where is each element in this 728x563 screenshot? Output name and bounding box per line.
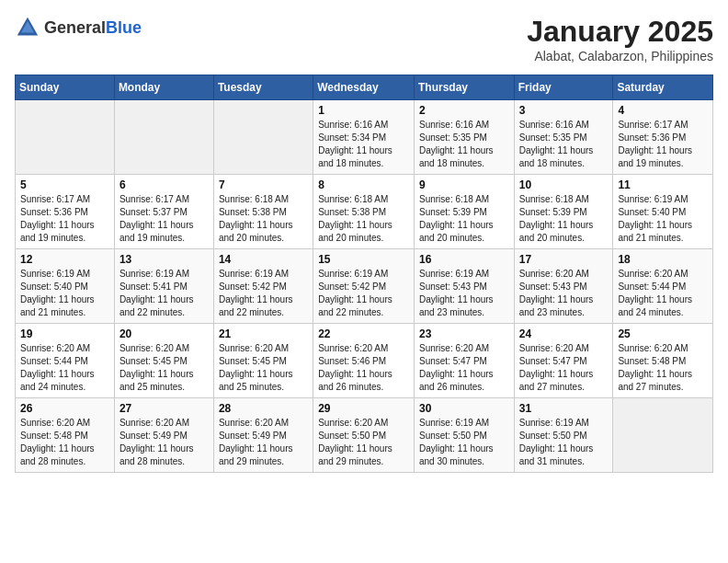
week-row-1: 1Sunrise: 6:16 AMSunset: 5:34 PMDaylight… <box>16 100 713 175</box>
day-cell <box>613 398 713 473</box>
day-cell <box>16 100 115 175</box>
logo-icon <box>15 15 40 40</box>
day-number: 25 <box>618 327 708 340</box>
logo: GeneralBlue <box>15 15 142 40</box>
day-info: Sunrise: 6:18 AMSunset: 5:38 PMDaylight:… <box>318 193 409 245</box>
day-number: 4 <box>618 104 708 117</box>
day-number: 10 <box>519 178 609 191</box>
day-cell: 10Sunrise: 6:18 AMSunset: 5:39 PMDayligh… <box>514 175 613 249</box>
day-cell: 26Sunrise: 6:20 AMSunset: 5:48 PMDayligh… <box>16 398 115 473</box>
day-info: Sunrise: 6:18 AMSunset: 5:38 PMDaylight:… <box>219 193 308 245</box>
day-number: 30 <box>419 402 509 415</box>
day-info: Sunrise: 6:20 AMSunset: 5:45 PMDaylight:… <box>119 342 209 394</box>
col-header-sunday: Sunday <box>16 75 115 100</box>
col-header-monday: Monday <box>114 75 213 100</box>
day-cell: 14Sunrise: 6:19 AMSunset: 5:42 PMDayligh… <box>213 249 313 324</box>
day-number: 17 <box>519 253 609 266</box>
day-cell <box>213 100 313 175</box>
day-info: Sunrise: 6:19 AMSunset: 5:40 PMDaylight:… <box>20 268 109 319</box>
day-cell: 8Sunrise: 6:18 AMSunset: 5:38 PMDaylight… <box>313 175 415 249</box>
day-cell: 9Sunrise: 6:18 AMSunset: 5:39 PMDaylight… <box>414 175 514 249</box>
day-info: Sunrise: 6:20 AMSunset: 5:49 PMDaylight:… <box>119 417 209 468</box>
week-row-3: 12Sunrise: 6:19 AMSunset: 5:40 PMDayligh… <box>16 249 713 324</box>
day-info: Sunrise: 6:20 AMSunset: 5:49 PMDaylight:… <box>219 417 308 468</box>
day-cell: 3Sunrise: 6:16 AMSunset: 5:35 PMDaylight… <box>514 100 613 175</box>
day-number: 28 <box>219 402 308 415</box>
day-cell: 25Sunrise: 6:20 AMSunset: 5:48 PMDayligh… <box>613 324 713 398</box>
day-info: Sunrise: 6:20 AMSunset: 5:43 PMDaylight:… <box>519 268 609 319</box>
day-cell: 5Sunrise: 6:17 AMSunset: 5:36 PMDaylight… <box>16 175 115 249</box>
day-number: 27 <box>119 402 209 415</box>
day-number: 2 <box>419 104 509 117</box>
calendar-table: SundayMondayTuesdayWednesdayThursdayFrid… <box>15 75 713 473</box>
day-info: Sunrise: 6:16 AMSunset: 5:34 PMDaylight:… <box>318 119 409 170</box>
day-info: Sunrise: 6:17 AMSunset: 5:36 PMDaylight:… <box>20 193 109 245</box>
day-info: Sunrise: 6:20 AMSunset: 5:47 PMDaylight:… <box>419 342 509 394</box>
day-cell: 20Sunrise: 6:20 AMSunset: 5:45 PMDayligh… <box>114 324 213 398</box>
day-number: 23 <box>419 327 509 340</box>
day-cell: 28Sunrise: 6:20 AMSunset: 5:49 PMDayligh… <box>213 398 313 473</box>
day-number: 14 <box>219 253 308 266</box>
day-number: 8 <box>318 178 409 191</box>
day-number: 29 <box>318 402 409 415</box>
day-info: Sunrise: 6:20 AMSunset: 5:44 PMDaylight:… <box>20 342 109 394</box>
day-info: Sunrise: 6:18 AMSunset: 5:39 PMDaylight:… <box>519 193 609 245</box>
column-headers: SundayMondayTuesdayWednesdayThursdayFrid… <box>16 75 713 100</box>
day-cell: 7Sunrise: 6:18 AMSunset: 5:38 PMDaylight… <box>213 175 313 249</box>
day-cell: 23Sunrise: 6:20 AMSunset: 5:47 PMDayligh… <box>414 324 514 398</box>
day-info: Sunrise: 6:17 AMSunset: 5:36 PMDaylight:… <box>618 119 708 170</box>
day-number: 12 <box>20 253 109 266</box>
day-number: 22 <box>318 327 409 340</box>
day-number: 13 <box>119 253 209 266</box>
day-number: 21 <box>219 327 308 340</box>
day-cell: 31Sunrise: 6:19 AMSunset: 5:50 PMDayligh… <box>514 398 613 473</box>
day-number: 1 <box>318 104 409 117</box>
title-block: January 2025 Alabat, Calabarzon, Philipp… <box>527 15 713 63</box>
logo-blue: Blue <box>106 18 142 37</box>
logo-text: GeneralBlue <box>44 18 142 38</box>
location: Alabat, Calabarzon, Philippines <box>527 49 713 63</box>
day-number: 7 <box>219 178 308 191</box>
day-info: Sunrise: 6:19 AMSunset: 5:42 PMDaylight:… <box>219 268 308 319</box>
day-info: Sunrise: 6:16 AMSunset: 5:35 PMDaylight:… <box>419 119 509 170</box>
day-number: 24 <box>519 327 609 340</box>
col-header-wednesday: Wednesday <box>313 75 415 100</box>
day-info: Sunrise: 6:19 AMSunset: 5:41 PMDaylight:… <box>119 268 209 319</box>
day-cell: 4Sunrise: 6:17 AMSunset: 5:36 PMDaylight… <box>613 100 713 175</box>
page-header: GeneralBlue January 2025 Alabat, Calabar… <box>15 15 713 63</box>
day-cell: 15Sunrise: 6:19 AMSunset: 5:42 PMDayligh… <box>313 249 415 324</box>
day-cell: 30Sunrise: 6:19 AMSunset: 5:50 PMDayligh… <box>414 398 514 473</box>
month-title: January 2025 <box>527 15 713 49</box>
day-info: Sunrise: 6:20 AMSunset: 5:44 PMDaylight:… <box>618 268 708 319</box>
day-number: 15 <box>318 253 409 266</box>
day-cell: 12Sunrise: 6:19 AMSunset: 5:40 PMDayligh… <box>16 249 115 324</box>
day-info: Sunrise: 6:16 AMSunset: 5:35 PMDaylight:… <box>519 119 609 170</box>
day-number: 16 <box>419 253 509 266</box>
day-cell: 19Sunrise: 6:20 AMSunset: 5:44 PMDayligh… <box>16 324 115 398</box>
day-info: Sunrise: 6:19 AMSunset: 5:50 PMDaylight:… <box>519 417 609 468</box>
day-cell: 16Sunrise: 6:19 AMSunset: 5:43 PMDayligh… <box>414 249 514 324</box>
day-info: Sunrise: 6:20 AMSunset: 5:50 PMDaylight:… <box>318 417 409 468</box>
day-number: 6 <box>119 178 209 191</box>
day-cell: 2Sunrise: 6:16 AMSunset: 5:35 PMDaylight… <box>414 100 514 175</box>
day-info: Sunrise: 6:20 AMSunset: 5:47 PMDaylight:… <box>519 342 609 394</box>
day-info: Sunrise: 6:20 AMSunset: 5:48 PMDaylight:… <box>618 342 708 394</box>
day-cell: 27Sunrise: 6:20 AMSunset: 5:49 PMDayligh… <box>114 398 213 473</box>
week-row-2: 5Sunrise: 6:17 AMSunset: 5:36 PMDaylight… <box>16 175 713 249</box>
day-cell: 11Sunrise: 6:19 AMSunset: 5:40 PMDayligh… <box>613 175 713 249</box>
day-cell: 21Sunrise: 6:20 AMSunset: 5:45 PMDayligh… <box>213 324 313 398</box>
day-cell: 22Sunrise: 6:20 AMSunset: 5:46 PMDayligh… <box>313 324 415 398</box>
day-cell: 6Sunrise: 6:17 AMSunset: 5:37 PMDaylight… <box>114 175 213 249</box>
day-number: 31 <box>519 402 609 415</box>
day-info: Sunrise: 6:19 AMSunset: 5:43 PMDaylight:… <box>419 268 509 319</box>
day-cell: 29Sunrise: 6:20 AMSunset: 5:50 PMDayligh… <box>313 398 415 473</box>
day-info: Sunrise: 6:19 AMSunset: 5:40 PMDaylight:… <box>618 193 708 245</box>
day-info: Sunrise: 6:20 AMSunset: 5:48 PMDaylight:… <box>20 417 109 468</box>
col-header-tuesday: Tuesday <box>213 75 313 100</box>
day-number: 19 <box>20 327 109 340</box>
week-row-5: 26Sunrise: 6:20 AMSunset: 5:48 PMDayligh… <box>16 398 713 473</box>
day-info: Sunrise: 6:20 AMSunset: 5:45 PMDaylight:… <box>219 342 308 394</box>
day-info: Sunrise: 6:17 AMSunset: 5:37 PMDaylight:… <box>119 193 209 245</box>
logo-general: General <box>44 18 106 37</box>
day-number: 3 <box>519 104 609 117</box>
